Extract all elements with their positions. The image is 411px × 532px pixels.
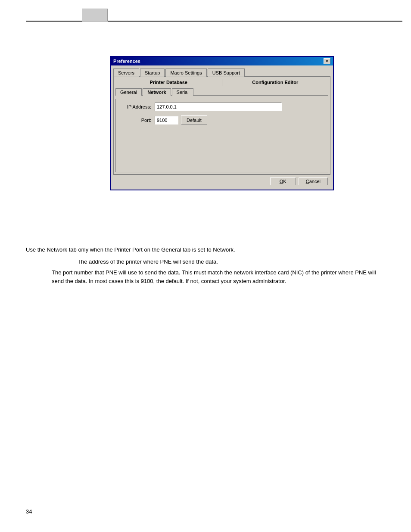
titlebar-buttons: ×: [324, 58, 330, 64]
tab-usb-support[interactable]: USB Support: [208, 68, 245, 77]
cancel-button[interactable]: Cancel: [299, 177, 328, 185]
panel-tab-header: Printer Database Configuration Editor: [115, 79, 328, 86]
port-label: Port:: [120, 118, 155, 123]
default-button[interactable]: Default: [181, 115, 207, 125]
dialog-titlebar: Preferences ×: [111, 57, 333, 65]
page-tab-marker: [82, 9, 108, 22]
ok-label: OK: [280, 179, 286, 184]
ip-address-label: IP Address:: [120, 104, 155, 109]
preferences-dialog: Preferences × Servers Startup Macro Sett…: [110, 56, 334, 190]
dialog-footer: OK Cancel: [113, 174, 330, 187]
tab-startup[interactable]: Startup: [140, 68, 165, 77]
body-paragraph-3: The port number that PNE will use to sen…: [52, 268, 385, 285]
cancel-label: Cancel: [306, 179, 321, 184]
tab-serial[interactable]: Serial: [172, 88, 193, 96]
dialog-title: Preferences: [113, 59, 140, 64]
panel-tab-left[interactable]: Printer Database: [115, 79, 222, 86]
page-number: 34: [26, 508, 32, 515]
body-paragraph-2: The address of the printer where PNE wil…: [78, 258, 385, 266]
ip-address-row: IP Address:: [120, 103, 324, 111]
inner-tab-row: General Network Serial: [115, 88, 328, 96]
ip-address-input[interactable]: [155, 103, 282, 111]
ok-button[interactable]: OK: [270, 177, 296, 185]
screenshot-container: Preferences × Servers Startup Macro Sett…: [110, 56, 334, 190]
panel-area: Printer Database Configuration Editor Ge…: [113, 77, 330, 174]
form-area: IP Address: Port: Default: [115, 99, 328, 172]
body-text: Use the Network tab only when the Printe…: [26, 246, 385, 289]
port-row: Port: Default: [120, 115, 324, 125]
port-input[interactable]: [155, 116, 178, 124]
tab-macro-settings[interactable]: Macro Settings: [165, 68, 206, 77]
close-button[interactable]: ×: [324, 58, 330, 64]
tab-network[interactable]: Network: [143, 88, 171, 96]
top-tab-row: Servers Startup Macro Settings USB Suppo…: [113, 68, 330, 77]
dialog-body: Servers Startup Macro Settings USB Suppo…: [111, 65, 333, 190]
tab-servers[interactable]: Servers: [113, 68, 139, 77]
panel-tab-right[interactable]: Configuration Editor: [222, 79, 329, 86]
body-paragraph-1: Use the Network tab only when the Printe…: [26, 246, 385, 254]
tab-general[interactable]: General: [115, 88, 142, 96]
